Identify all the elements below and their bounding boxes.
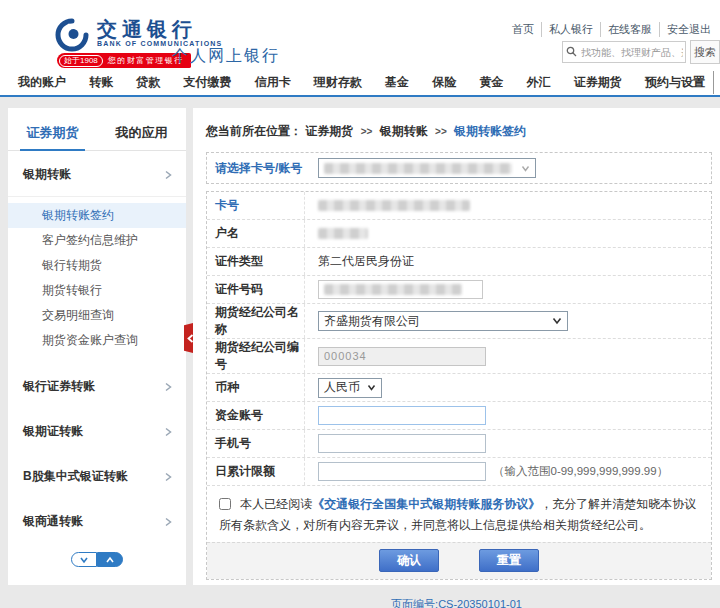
account-name-label: 户名 (207, 220, 305, 247)
nav-wealth-deposits[interactable]: 理财存款 (312, 71, 364, 94)
breadcrumb-securities-futures[interactable]: 证券期货 (305, 124, 353, 138)
badge-year: 始于1908 (59, 55, 103, 67)
breadcrumb-prefix: 您当前所在位置： (206, 124, 302, 138)
id-type-label: 证件类型 (207, 248, 305, 275)
masked-id-number (324, 284, 462, 295)
card-select-dropdown[interactable] (318, 158, 536, 178)
signing-form: 卡号 户名 证件类型 第二代居民身份证 证件号码 期货经纪公司名称 (206, 191, 712, 580)
sidebar-submenu: 银期转账签约 客户签约信息维护 银行转期货 期货转银行 交易明细查询 期货资金账… (8, 196, 186, 363)
mobile-label: 手机号 (207, 430, 305, 457)
search-button[interactable]: 搜索 (690, 40, 720, 64)
breadcrumb-current-page: 银期转账签约 (454, 124, 526, 138)
chevron-right-icon (164, 472, 172, 482)
nav-gold[interactable]: 黄金 (477, 71, 505, 94)
nav-payments[interactable]: 支付缴费 (182, 71, 234, 94)
sidebar-item-bshare-centralized-transfer[interactable]: B股集中式银证转账 (8, 453, 186, 498)
row-account-name: 户名 (207, 219, 711, 247)
link-home[interactable]: 首页 (505, 22, 542, 37)
bank-name-cn: 交通银行 (97, 18, 222, 40)
chevron-up-icon (105, 556, 115, 564)
row-fund-account: 资金账号 (207, 401, 711, 429)
sidebar: 证券期货 我的应用 银期转账 银期转账签约 客户签约信息维护 银行转期货 期货转… (8, 108, 186, 585)
link-logout[interactable]: 安全退出 (660, 22, 718, 37)
row-currency: 币种 人民币 (207, 373, 711, 401)
sidebar-item-signing[interactable]: 银期转账签约 (8, 203, 186, 228)
search-box (562, 41, 686, 63)
main-nav: 我的账户 转账 贷款 支付缴费 信用卡 理财存款 基金 保险 黄金 外汇 证券期… (0, 70, 720, 95)
nav-transfer[interactable]: 转账 (87, 71, 115, 94)
broker-name-value: 齐盛期货有限公司 (324, 313, 420, 330)
mobile-input[interactable] (318, 434, 486, 453)
nav-my-accounts[interactable]: 我的账户 (16, 71, 68, 94)
sidebar-item-transaction-detail-query[interactable]: 交易明细查询 (8, 303, 186, 328)
page-number: 页面编号:CS-20350101-01 (193, 597, 720, 608)
masked-account-name (318, 228, 368, 239)
chevron-right-icon (164, 382, 172, 392)
nav-loans[interactable]: 贷款 (134, 71, 162, 94)
chevron-right-icon (164, 427, 172, 437)
row-mobile: 手机号 (207, 429, 711, 457)
broker-name-label: 期货经纪公司名称 (207, 304, 305, 338)
breadcrumb-bank-futures-transfer[interactable]: 银期转账 (380, 124, 428, 138)
id-number-field (318, 280, 483, 299)
tab-my-apps[interactable]: 我的应用 (97, 116, 186, 150)
row-broker-number: 期货经纪公司编号 (207, 338, 711, 373)
row-id-type: 证件类型 第二代居民身份证 (207, 247, 711, 275)
row-broker-name: 期货经纪公司名称 齐盛期货有限公司 (207, 303, 711, 338)
content-panel: 您当前所在位置： 证券期货 >> 银期转账 >> 银期转账签约 请选择卡号/账号… (193, 108, 720, 585)
sidebar-item-signing-info-maintain[interactable]: 客户签约信息维护 (8, 228, 186, 253)
nav-securities-futures[interactable]: 证券期货 (572, 71, 624, 94)
nav-appointments-settings[interactable]: 预约与设置 (643, 71, 714, 94)
broker-number-field (318, 347, 486, 366)
nav-credit-card[interactable]: 信用卡 (253, 71, 293, 94)
sidebar-item-bank-futures-transfer[interactable]: 银期转账 (8, 151, 186, 196)
nav-funds[interactable]: 基金 (383, 71, 411, 94)
scroll-down-button[interactable] (71, 552, 97, 567)
sidebar-tabs: 证券期货 我的应用 (8, 116, 186, 151)
bank-logo-icon (55, 18, 89, 52)
chevron-right-icon (164, 517, 172, 527)
currency-label: 币种 (207, 374, 305, 401)
agreement-checkbox[interactable] (219, 498, 231, 510)
chevron-right-icon (164, 170, 172, 180)
agreement-link[interactable]: 《交通银行全国集中式银期转账服务协议》 (312, 497, 540, 511)
confirm-button[interactable]: 确认 (379, 549, 439, 572)
sidebar-item-bank-futures-securities-transfer[interactable]: 银期证转账 (8, 408, 186, 453)
fund-account-input[interactable] (318, 406, 486, 425)
nav-forex[interactable]: 外汇 (525, 71, 553, 94)
masked-card-number (318, 200, 470, 211)
row-card-number: 卡号 (207, 192, 711, 219)
dropdown-arrow-icon (521, 165, 530, 172)
agreement-text-prefix: 本人已经阅读 (240, 497, 312, 511)
id-number-label: 证件号码 (207, 276, 305, 303)
broker-name-select[interactable]: 齐盛期货有限公司 (318, 311, 568, 331)
breadcrumb-separator: >> (435, 126, 447, 137)
daily-limit-input[interactable] (318, 462, 486, 481)
search-input[interactable] (579, 42, 685, 62)
tab-securities-futures[interactable]: 证券期货 (8, 116, 97, 150)
broker-number-label: 期货经纪公司编号 (207, 339, 305, 373)
link-online-service[interactable]: 在线客服 (601, 22, 660, 37)
breadcrumb-separator: >> (361, 126, 373, 137)
card-select-label: 请选择卡号/账号 (207, 160, 305, 177)
search-icon (566, 46, 577, 57)
agreement-row: 本人已经阅读《交通银行全国集中式银期转账服务协议》，充分了解并清楚知晓本协议所有… (207, 485, 711, 542)
id-type-value: 第二代居民身份证 (305, 248, 711, 275)
reset-button[interactable]: 重置 (479, 549, 539, 572)
daily-limit-label: 日累计限额 (207, 458, 305, 485)
scroll-up-button[interactable] (97, 552, 123, 567)
row-daily-limit: 日累计限额 （输入范围0-99,999,999,999.99） (207, 457, 711, 485)
sidebar-item-futures-to-bank[interactable]: 期货转银行 (8, 278, 186, 303)
sidebar-item-bank-commerce-transfer[interactable]: 银商通转账 (8, 498, 186, 543)
sidebar-item-futures-fund-account-query[interactable]: 期货资金账户查询 (8, 328, 186, 353)
currency-select[interactable]: 人民币 (318, 378, 382, 398)
sidebar-item-bank-to-futures[interactable]: 银行转期货 (8, 253, 186, 278)
nav-insurance[interactable]: 保险 (430, 71, 458, 94)
link-private-banking[interactable]: 私人银行 (542, 22, 601, 37)
sidebar-item-bank-securities-transfer[interactable]: 银行证券转账 (8, 363, 186, 408)
chevron-down-icon (79, 556, 89, 564)
brand-badge: 始于1908 您的财富管理银行 (57, 53, 191, 68)
daily-limit-hint: （输入范围0-99,999,999,999.99） (493, 464, 668, 479)
card-number-label: 卡号 (207, 192, 305, 219)
form-actions: 确认 重置 (207, 542, 711, 579)
